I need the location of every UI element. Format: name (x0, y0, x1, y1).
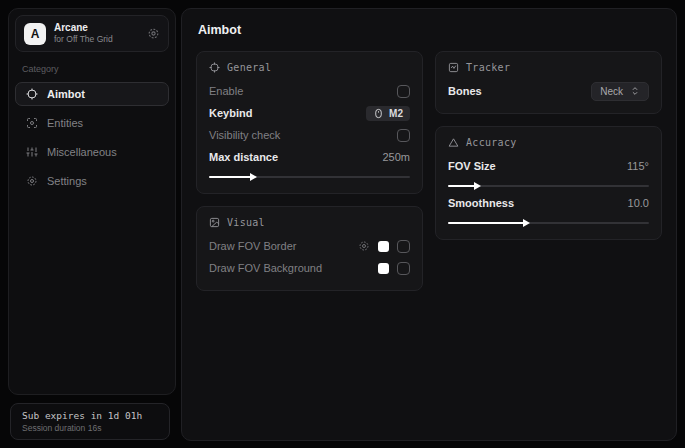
sidebar-item-label: Miscellaneous (47, 146, 117, 158)
main-panel: Aimbot General Enable Keybi (181, 8, 677, 441)
sub-expires-text: Sub expires in 1d 01h (22, 409, 158, 422)
triangle-icon (448, 137, 459, 148)
settings-columns: General Enable Keybind M2 (196, 51, 662, 291)
keybind-label: Keybind (209, 107, 252, 119)
keybind-value: M2 (389, 108, 403, 119)
keybind-row: Keybind M2 (209, 102, 410, 124)
fov-size-row: FOV Size 115° (448, 155, 649, 177)
category-label: Category (22, 64, 175, 74)
crosshair-icon (26, 88, 38, 100)
session-card: Sub expires in 1d 01h Session duration 1… (10, 403, 170, 440)
fov-border-gear-icon[interactable] (358, 240, 370, 252)
max-distance-value: 250m (382, 151, 410, 163)
fov-border-label: Draw FOV Border (209, 240, 296, 252)
right-column: Tracker Bones Neck (435, 51, 662, 240)
general-card: General Enable Keybind M2 (196, 51, 423, 194)
fov-size-slider[interactable] (448, 185, 649, 187)
activity-icon (448, 62, 459, 73)
visual-card: Visual Draw FOV Border (196, 206, 423, 291)
accuracy-card: Accuracy FOV Size 115° Smoothness 10.0 (435, 126, 662, 240)
smoothness-slider-fill[interactable] (448, 222, 524, 224)
bones-row: Bones Neck (448, 80, 649, 102)
tracker-card: Tracker Bones Neck (435, 51, 662, 114)
visual-header-label: Visual (227, 217, 265, 228)
app-logo-card: A Arcane for Off The Grid (15, 15, 169, 52)
max-distance-slider[interactable] (209, 176, 410, 178)
sidebar-item-label: Settings (47, 175, 87, 187)
smoothness-label: Smoothness (448, 197, 514, 209)
scan-person-icon (26, 117, 38, 129)
app-name: Arcane (54, 22, 139, 34)
sidebar-item-settings[interactable]: Settings (15, 169, 169, 193)
general-card-header: General (209, 62, 410, 73)
keybind-badge[interactable]: M2 (366, 106, 410, 121)
fov-background-controls (378, 262, 410, 275)
session-duration-text: Session duration 16s (22, 422, 158, 434)
smoothness-value: 10.0 (628, 197, 649, 209)
sidebar-item-aimbot[interactable]: Aimbot (15, 82, 169, 106)
sidebar-item-label: Aimbot (47, 88, 85, 100)
enable-row: Enable (209, 80, 410, 102)
fov-background-label: Draw FOV Background (209, 262, 322, 274)
bones-label: Bones (448, 85, 482, 97)
mouse-icon (373, 108, 384, 119)
page-title: Aimbot (198, 23, 662, 37)
max-distance-row: Max distance 250m (209, 146, 410, 168)
sidebar-item-label: Entities (47, 117, 83, 129)
smoothness-row: Smoothness 10.0 (448, 192, 649, 214)
app-settings-gear-icon[interactable] (147, 27, 160, 40)
visibility-check-label: Visibility check (209, 129, 280, 141)
image-icon (209, 217, 220, 228)
visibility-check-row: Visibility check (209, 124, 410, 146)
fov-size-value: 115° (627, 160, 649, 172)
app-title-block: Arcane for Off The Grid (54, 22, 139, 45)
sidebar-nav: Aimbot Entities Miscellaneous (9, 82, 175, 193)
tracker-header-label: Tracker (466, 62, 510, 73)
fov-border-checkbox[interactable] (397, 240, 410, 253)
enable-checkbox[interactable] (397, 85, 410, 98)
accuracy-header-label: Accuracy (466, 137, 517, 148)
smoothness-slider[interactable] (448, 222, 649, 224)
app-logo: A (24, 23, 46, 45)
fov-size-label: FOV Size (448, 160, 496, 172)
max-distance-label: Max distance (209, 151, 278, 163)
accuracy-card-header: Accuracy (448, 137, 649, 148)
crosshair-icon (209, 62, 220, 73)
app-subtitle: for Off The Grid (54, 34, 139, 45)
sidebar-item-miscellaneous[interactable]: Miscellaneous (15, 140, 169, 164)
fov-background-row: Draw FOV Background (209, 257, 410, 279)
fov-background-checkbox[interactable] (397, 262, 410, 275)
enable-label: Enable (209, 85, 243, 97)
fov-size-slider-fill[interactable] (448, 185, 475, 187)
sidebar: A Arcane for Off The Grid Category Aimbo… (8, 8, 176, 395)
tracker-card-header: Tracker (448, 62, 649, 73)
chevrons-up-down-icon (630, 86, 640, 96)
left-column: General Enable Keybind M2 (196, 51, 423, 291)
gear-icon (26, 175, 38, 187)
fov-border-color-swatch[interactable] (378, 241, 389, 252)
general-header-label: General (227, 62, 271, 73)
bones-selected-value: Neck (600, 86, 623, 97)
sliders-icon (26, 146, 38, 158)
visibility-check-checkbox[interactable] (397, 129, 410, 142)
sidebar-item-entities[interactable]: Entities (15, 111, 169, 135)
bones-select[interactable]: Neck (591, 82, 649, 101)
fov-border-controls (358, 240, 410, 253)
fov-border-row: Draw FOV Border (209, 235, 410, 257)
visual-card-header: Visual (209, 217, 410, 228)
max-distance-slider-fill[interactable] (209, 176, 251, 178)
fov-background-color-swatch[interactable] (378, 263, 389, 274)
